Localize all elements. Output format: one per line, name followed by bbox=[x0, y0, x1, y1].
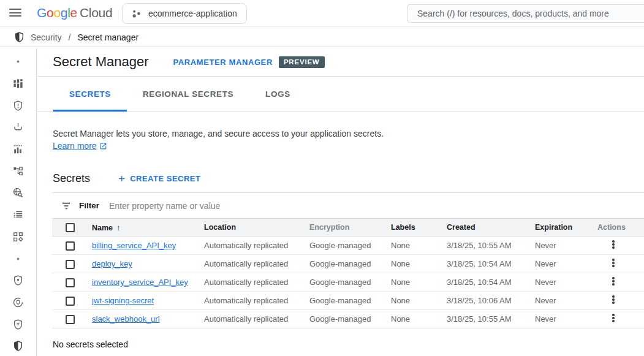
filter-bar: Filter bbox=[52, 192, 644, 218]
create-secret-button[interactable]: + CREATE SECRET bbox=[118, 174, 200, 184]
row-actions-menu-icon[interactable] bbox=[608, 311, 618, 325]
table-row: jwt-signing-secret Automatically replica… bbox=[52, 292, 644, 310]
list-icon[interactable] bbox=[0, 204, 36, 226]
main-content: Secret Manager PARAMETER MANAGER PREVIEW… bbox=[37, 48, 644, 356]
learn-more-link[interactable]: Learn more bbox=[53, 140, 107, 152]
expiration-cell: Never bbox=[535, 296, 597, 305]
secret-name-link[interactable]: jwt-signing-secret bbox=[92, 296, 154, 305]
top-app-bar: GoogleCloud ecommerce-application bbox=[0, 0, 644, 27]
project-selector-button[interactable]: ecommerce-application bbox=[122, 3, 247, 24]
table-row: inventory_service_API_key Automatically … bbox=[52, 273, 644, 292]
filter-input[interactable] bbox=[109, 201, 354, 211]
logo-cloud-text: Cloud bbox=[80, 6, 112, 20]
table-row: deploy_key Automatically replicated Goog… bbox=[52, 255, 644, 273]
expiration-cell: Never bbox=[535, 241, 597, 250]
expiration-cell: Never bbox=[535, 314, 597, 324]
encryption-cell: Google-managed bbox=[309, 278, 391, 287]
secret-name-link[interactable]: inventory_service_API_key bbox=[92, 278, 188, 287]
shield-plus-icon[interactable] bbox=[0, 313, 36, 335]
table-header-row: Name↑ Location Encryption Labels Created… bbox=[52, 218, 644, 237]
asset-inventory-icon[interactable] bbox=[0, 73, 36, 95]
location-cell: Automatically replicated bbox=[204, 259, 309, 268]
expiration-cell: Never bbox=[535, 278, 597, 287]
encryption-cell: Google-managed bbox=[309, 241, 391, 250]
secrets-heading: Secrets bbox=[53, 172, 90, 185]
row-actions-menu-icon[interactable] bbox=[608, 256, 618, 270]
labels-cell: None bbox=[391, 296, 447, 305]
learn-more-label: Learn more bbox=[53, 140, 97, 152]
table-row: billing_service_API_key Automatically re… bbox=[52, 237, 644, 255]
dot-indicator bbox=[0, 51, 36, 73]
created-cell: 3/18/25, 10:54 AM bbox=[447, 259, 535, 268]
description-text: Secret Manager lets you store, manage, a… bbox=[53, 127, 644, 140]
labels-cell: None bbox=[391, 278, 447, 287]
select-all-checkbox[interactable] bbox=[66, 223, 75, 232]
row-checkbox[interactable] bbox=[66, 241, 75, 251]
data-sink-icon[interactable] bbox=[0, 116, 36, 138]
row-checkbox[interactable] bbox=[66, 278, 75, 287]
column-header-labels[interactable]: Labels bbox=[391, 223, 447, 232]
compliance-icon[interactable] bbox=[0, 292, 36, 314]
tab-regional-secrets[interactable]: REGIONAL SECRETS bbox=[127, 77, 249, 112]
findings-chart-icon[interactable] bbox=[0, 138, 36, 161]
org-hierarchy-icon[interactable] bbox=[0, 160, 36, 182]
tab-logs[interactable]: LOGS bbox=[249, 77, 306, 112]
sort-ascending-icon: ↑ bbox=[116, 223, 121, 232]
row-checkbox[interactable] bbox=[66, 297, 75, 306]
web-security-scanner-icon[interactable] bbox=[0, 182, 36, 204]
secret-name-link[interactable]: billing_service_API_key bbox=[92, 241, 176, 250]
search-input[interactable] bbox=[407, 5, 644, 22]
secret-name-link[interactable]: slack_webhook_url bbox=[92, 314, 160, 324]
parameter-manager-link[interactable]: PARAMETER MANAGER bbox=[173, 58, 273, 67]
external-link-icon bbox=[99, 142, 107, 150]
tab-secrets[interactable]: SECRETS bbox=[53, 77, 127, 112]
column-header-created[interactable]: Created bbox=[447, 223, 535, 232]
breadcrumb: Security / Secret manager bbox=[0, 28, 644, 47]
row-checkbox[interactable] bbox=[66, 260, 75, 269]
location-cell: Automatically replicated bbox=[204, 278, 309, 287]
selection-status: No secrets selected bbox=[37, 339, 644, 349]
encryption-cell: Google-managed bbox=[309, 314, 391, 324]
google-cloud-logo: GoogleCloud bbox=[37, 6, 112, 20]
labels-cell: None bbox=[391, 259, 447, 268]
secret-name-link[interactable]: deploy_key bbox=[92, 259, 132, 268]
secrets-table: Filter Name↑ Location Encryption Labels … bbox=[52, 192, 644, 328]
column-header-expiration[interactable]: Expiration bbox=[535, 223, 597, 232]
column-header-name[interactable]: Name↑ bbox=[92, 223, 204, 232]
created-cell: 3/18/25, 10:06 AM bbox=[447, 296, 535, 305]
location-cell: Automatically replicated bbox=[204, 314, 309, 324]
encryption-cell: Google-managed bbox=[309, 259, 391, 268]
page-header: Secret Manager PARAMETER MANAGER PREVIEW bbox=[37, 48, 644, 77]
plus-icon: + bbox=[118, 174, 125, 184]
filter-label: Filter bbox=[79, 201, 99, 210]
table-row: slack_webhook_url Automatically replicat… bbox=[52, 310, 644, 328]
page-title: Secret Manager bbox=[53, 54, 149, 70]
labels-cell: None bbox=[391, 241, 447, 250]
row-actions-menu-icon[interactable] bbox=[608, 293, 618, 306]
row-actions-menu-icon[interactable] bbox=[608, 238, 618, 251]
logo-google-letters: Google bbox=[37, 6, 77, 20]
breadcrumb-section[interactable]: Security bbox=[31, 32, 62, 42]
project-name: ecommerce-application bbox=[148, 9, 237, 18]
security-shield-icon bbox=[13, 31, 25, 43]
dot-indicator-2 bbox=[0, 248, 36, 270]
menu-icon[interactable] bbox=[9, 9, 21, 18]
shield-check-icon[interactable] bbox=[0, 270, 36, 292]
created-cell: 3/18/25, 10:54 AM bbox=[447, 278, 535, 287]
security-icon[interactable] bbox=[0, 335, 36, 356]
encryption-cell: Google-managed bbox=[309, 296, 391, 305]
shield-alert-icon[interactable] bbox=[0, 94, 36, 116]
service-description: Secret Manager lets you store, manage, a… bbox=[53, 127, 644, 152]
app-hub-icon[interactable] bbox=[0, 226, 36, 248]
location-cell: Automatically replicated bbox=[204, 296, 309, 305]
left-nav-sidebar bbox=[0, 48, 37, 356]
column-header-location[interactable]: Location bbox=[204, 223, 309, 232]
created-cell: 3/18/25, 10:55 AM bbox=[447, 314, 535, 324]
row-actions-menu-icon[interactable] bbox=[608, 275, 618, 288]
table-body: billing_service_API_key Automatically re… bbox=[52, 237, 644, 328]
location-cell: Automatically replicated bbox=[204, 241, 309, 250]
filter-icon bbox=[61, 200, 72, 211]
tab-bar: SECRETS REGIONAL SECRETS LOGS bbox=[37, 77, 644, 112]
row-checkbox[interactable] bbox=[66, 315, 75, 324]
column-header-encryption[interactable]: Encryption bbox=[309, 223, 391, 232]
